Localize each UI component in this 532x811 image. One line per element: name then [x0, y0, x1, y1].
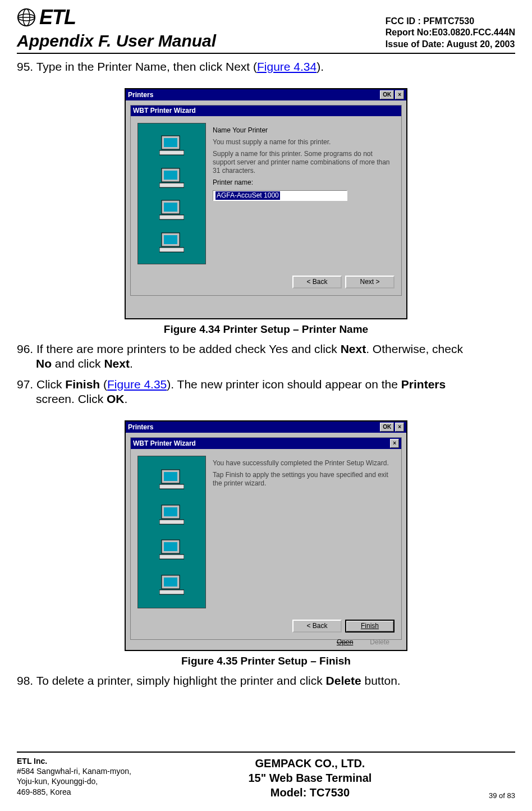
wizard-text-area-2: You have successfully completed the Prin…: [213, 456, 395, 608]
svg-rect-8: [164, 171, 177, 180]
footer-center1: GEMPACK CO., LTD.: [248, 756, 372, 771]
content: 95. Type in the Printer Name, then click…: [17, 59, 515, 688]
back-button[interactable]: < Back: [292, 276, 342, 288]
computer-icon: [159, 574, 184, 595]
wizard-title-bar-2: WBT Printer Wizard ×: [131, 438, 401, 449]
issue-date: Issue of Date: August 20, 2003: [386, 39, 515, 51]
figure-4-34: Printers OK × WBT Printer Wizard: [17, 88, 515, 336]
svg-rect-14: [164, 235, 177, 244]
outer-window-title: Printers: [128, 91, 153, 99]
header-left: ETL Appendix F. User Manual: [17, 6, 216, 51]
step-96-next1: Next: [341, 342, 366, 355]
wizard-title-2: WBT Printer Wizard: [133, 439, 196, 448]
wizard-text-area: Name Your Printer You must supply a name…: [213, 123, 395, 264]
computer-icon: [159, 469, 184, 490]
screenshot-printer-name: Printers OK × WBT Printer Wizard: [125, 88, 407, 319]
svg-rect-17: [164, 472, 177, 481]
close-icon[interactable]: ×: [395, 90, 404, 99]
printer-name-label: Printer name:: [213, 178, 395, 187]
step-96-no: No: [36, 357, 52, 370]
figure-4-35-link[interactable]: Figure 4.35: [107, 378, 167, 391]
step-97-mid3: screen. Click: [36, 392, 107, 405]
back-button-2[interactable]: < Back: [292, 620, 342, 633]
wizard-line1: You must supply a name for this printer.: [213, 138, 395, 146]
step-98-end: button.: [361, 674, 401, 687]
wizard-close-icon[interactable]: ×: [390, 439, 399, 448]
svg-rect-27: [159, 590, 184, 594]
computer-icon: [159, 199, 184, 221]
step-97-ok: OK: [107, 392, 125, 405]
footer-left: ETL Inc. #584 Sangwhal-ri, Kanam-myon, Y…: [17, 756, 131, 797]
footer-company: ETL Inc.: [17, 756, 131, 766]
step-96: 96. If there are more printers to be add…: [17, 342, 515, 372]
wizard-title-bar: WBT Printer Wizard: [131, 106, 401, 116]
ok-button-2[interactable]: OK: [380, 423, 394, 432]
screenshot-finish: Printers OK × WBT Printer Wizard ×: [125, 420, 407, 651]
step-95: 95. Type in the Printer Name, then click…: [17, 59, 515, 74]
wizard-side-graphic: [137, 123, 206, 264]
outer-title-bar-2: Printers OK ×: [126, 421, 406, 433]
computer-icon: [159, 504, 184, 525]
step-96-mid2: and click: [52, 357, 104, 370]
footer-addr1: #584 Sangwhal-ri, Kanam-myon,: [17, 766, 131, 776]
under-buttons: Open Delete: [337, 638, 389, 647]
step-98-delete: Delete: [326, 674, 361, 687]
step-96-pre: 96. If there are more printers to be add…: [17, 342, 341, 355]
wizard-line2: Supply a name for this printer. Some pro…: [213, 150, 395, 175]
figure-4-34-caption: Figure 4.34 Printer Setup – Printer Name: [17, 323, 515, 336]
printer-name-input[interactable]: AGFA-AccuSet 1000: [213, 190, 347, 201]
report-no: Report No:E03.0820.FCC.444N: [386, 27, 515, 39]
svg-rect-12: [159, 215, 184, 219]
finish-button[interactable]: Finish: [345, 620, 395, 633]
next-button[interactable]: Next >: [345, 276, 395, 288]
svg-rect-11: [164, 203, 177, 212]
computer-icon: [159, 232, 184, 253]
step-97-mid2: ). The new printer icon should appear on…: [167, 378, 401, 391]
step-97: 97. Click Finish (Figure 4.35). The new …: [17, 377, 515, 407]
wizard-title: WBT Printer Wizard: [133, 107, 196, 115]
close-icon-2[interactable]: ×: [395, 423, 404, 432]
svg-rect-20: [164, 507, 177, 516]
svg-rect-21: [159, 520, 184, 524]
open-button[interactable]: Open: [337, 638, 353, 647]
step-96-end: .: [130, 357, 133, 370]
globe-icon: [17, 8, 36, 27]
svg-rect-18: [159, 484, 184, 489]
finish-line2: Tap Finish to apply the settings you hav…: [213, 471, 395, 488]
svg-rect-26: [164, 578, 177, 587]
svg-rect-23: [164, 542, 177, 551]
svg-rect-6: [159, 150, 184, 155]
svg-rect-5: [164, 138, 177, 147]
fcc-id: FCC ID : PFMTC7530: [386, 16, 515, 28]
page-header: ETL Appendix F. User Manual FCC ID : PFM…: [17, 6, 515, 54]
delete-button[interactable]: Delete: [370, 638, 389, 647]
computer-icon: [159, 539, 184, 560]
step-97-printers: Printers: [401, 378, 446, 391]
footer-addr2: Yoju-kun, Kyounggi-do,: [17, 776, 131, 786]
figure-4-35-caption: Figure 4.35 Printer Setup – Finish: [17, 654, 515, 668]
step-96-next2: Next: [104, 357, 130, 370]
footer-addr3: 469-885, Korea: [17, 787, 131, 797]
logo-text: ETL: [39, 6, 76, 29]
page-number: 39 of 83: [489, 791, 515, 800]
step-97-pre: 97. Click: [17, 378, 65, 391]
footer-center3: Model: TC7530: [248, 785, 372, 800]
step-97-end: .: [125, 392, 128, 405]
footer-center: GEMPACK CO., LTD. 15" Web Base Terminal …: [248, 756, 372, 800]
page-footer: ETL Inc. #584 Sangwhal-ri, Kanam-myon, Y…: [17, 752, 515, 800]
step-96-mid: . Otherwise, check: [366, 342, 463, 355]
outer-window-title-2: Printers: [128, 423, 153, 432]
svg-rect-24: [159, 555, 184, 559]
appendix-title: Appendix F. User Manual: [17, 31, 216, 51]
wizard-heading: Name Your Printer: [213, 126, 395, 135]
step-98: 98. To delete a printer, simply highligh…: [17, 673, 515, 688]
figure-4-34-link[interactable]: Figure 4.34: [257, 60, 317, 73]
step-95-end: ).: [317, 60, 324, 73]
logo: ETL: [17, 6, 216, 29]
wizard-side-graphic-2: [137, 456, 206, 608]
svg-rect-9: [159, 183, 184, 187]
footer-center2: 15" Web Base Terminal: [248, 771, 372, 785]
ok-button[interactable]: OK: [380, 90, 394, 99]
step-97-mid: (: [100, 378, 107, 391]
printer-name-value: AGFA-AccuSet 1000: [215, 191, 280, 200]
